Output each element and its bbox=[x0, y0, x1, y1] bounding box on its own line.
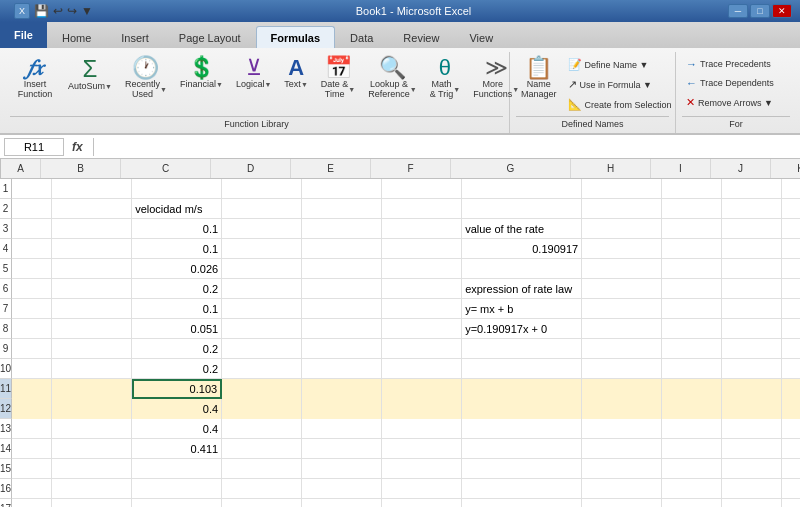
cell-c6[interactable]: 0.2 bbox=[132, 279, 222, 299]
create-from-selection-button[interactable]: 📐 Create from Selection bbox=[564, 96, 676, 113]
minimize-button[interactable]: ─ bbox=[728, 4, 748, 18]
cell-g4[interactable]: 0.190917 bbox=[462, 239, 582, 259]
cell-j5[interactable] bbox=[722, 259, 782, 279]
cell-e11[interactable] bbox=[302, 379, 382, 399]
tab-data[interactable]: Data bbox=[335, 26, 388, 48]
use-in-formula-button[interactable]: ↗ Use in Formula ▼ bbox=[564, 76, 676, 93]
cell-c15[interactable] bbox=[132, 459, 222, 479]
cell-k9[interactable] bbox=[782, 339, 800, 359]
cell-c17[interactable] bbox=[132, 499, 222, 507]
cell-e15[interactable] bbox=[302, 459, 382, 479]
cell-d3[interactable] bbox=[222, 219, 302, 239]
cell-e10[interactable] bbox=[302, 359, 382, 379]
cell-h16[interactable] bbox=[582, 479, 662, 499]
col-header-b[interactable]: B bbox=[41, 159, 121, 178]
cell-j6[interactable] bbox=[722, 279, 782, 299]
cell-i6[interactable] bbox=[662, 279, 722, 299]
tab-file[interactable]: File bbox=[0, 22, 47, 48]
cell-a1[interactable] bbox=[12, 179, 52, 199]
trace-precedents-button[interactable]: → Trace Precedents bbox=[682, 56, 790, 72]
row-9-header[interactable]: 9 bbox=[0, 339, 12, 359]
cell-d12[interactable] bbox=[222, 399, 302, 419]
cell-g15[interactable] bbox=[462, 459, 582, 479]
fx-button[interactable]: fx bbox=[68, 140, 87, 154]
cell-f4[interactable] bbox=[382, 239, 462, 259]
cell-k14[interactable] bbox=[782, 439, 800, 459]
cell-d4[interactable] bbox=[222, 239, 302, 259]
cell-j10[interactable] bbox=[722, 359, 782, 379]
cell-e13[interactable] bbox=[302, 419, 382, 439]
text-button[interactable]: A Text ▼ bbox=[279, 54, 312, 92]
cell-c13[interactable]: 0.4 bbox=[132, 419, 222, 439]
date-time-button[interactable]: 📅 Date &Time ▼ bbox=[316, 54, 360, 102]
col-header-d[interactable]: D bbox=[211, 159, 291, 178]
cell-k5[interactable] bbox=[782, 259, 800, 279]
col-header-h[interactable]: H bbox=[571, 159, 651, 178]
cell-d13[interactable] bbox=[222, 419, 302, 439]
save-qat-button[interactable]: 💾 bbox=[34, 4, 49, 18]
cell-e12[interactable] bbox=[302, 399, 382, 419]
cell-h1[interactable] bbox=[582, 179, 662, 199]
cell-h6[interactable] bbox=[582, 279, 662, 299]
cell-f11[interactable] bbox=[382, 379, 462, 399]
cell-d17[interactable] bbox=[222, 499, 302, 507]
cell-b12[interactable] bbox=[52, 399, 132, 419]
cell-b1[interactable] bbox=[52, 179, 132, 199]
cell-j16[interactable] bbox=[722, 479, 782, 499]
cell-j12[interactable] bbox=[722, 399, 782, 419]
cell-g13[interactable] bbox=[462, 419, 582, 439]
cell-i1[interactable] bbox=[662, 179, 722, 199]
cell-i17[interactable] bbox=[662, 499, 722, 507]
cell-f3[interactable] bbox=[382, 219, 462, 239]
cell-f14[interactable] bbox=[382, 439, 462, 459]
name-manager-button[interactable]: 📋 NameManager bbox=[516, 54, 562, 102]
cell-i3[interactable] bbox=[662, 219, 722, 239]
row-5-header[interactable]: 5 bbox=[0, 259, 12, 279]
cell-i12[interactable] bbox=[662, 399, 722, 419]
cell-f6[interactable] bbox=[382, 279, 462, 299]
cell-j2[interactable] bbox=[722, 199, 782, 219]
cell-i2[interactable] bbox=[662, 199, 722, 219]
cell-g17[interactable] bbox=[462, 499, 582, 507]
cell-b6[interactable] bbox=[52, 279, 132, 299]
cell-i8[interactable] bbox=[662, 319, 722, 339]
cell-h3[interactable] bbox=[582, 219, 662, 239]
cell-i5[interactable] bbox=[662, 259, 722, 279]
cell-h4[interactable] bbox=[582, 239, 662, 259]
cell-k6[interactable] bbox=[782, 279, 800, 299]
cell-g9[interactable] bbox=[462, 339, 582, 359]
cell-k12[interactable] bbox=[782, 399, 800, 419]
insert-function-button[interactable]: 𝑓𝑥 InsertFunction bbox=[10, 54, 60, 102]
cell-d5[interactable] bbox=[222, 259, 302, 279]
col-header-c[interactable]: C bbox=[121, 159, 211, 178]
name-box[interactable] bbox=[4, 138, 64, 156]
cell-j11[interactable] bbox=[722, 379, 782, 399]
cell-h17[interactable] bbox=[582, 499, 662, 507]
row-16-header[interactable]: 16 bbox=[0, 479, 12, 499]
logical-button[interactable]: ⊻ Logical ▼ bbox=[231, 54, 276, 92]
tab-review[interactable]: Review bbox=[388, 26, 454, 48]
cell-a9[interactable] bbox=[12, 339, 52, 359]
cell-g3[interactable]: value of the rate bbox=[462, 219, 582, 239]
cell-j8[interactable] bbox=[722, 319, 782, 339]
cell-i4[interactable] bbox=[662, 239, 722, 259]
cell-g14[interactable] bbox=[462, 439, 582, 459]
cell-j4[interactable] bbox=[722, 239, 782, 259]
cell-d16[interactable] bbox=[222, 479, 302, 499]
cell-c4[interactable]: 0.1 bbox=[132, 239, 222, 259]
close-button[interactable]: ✕ bbox=[772, 4, 792, 18]
col-header-g[interactable]: G bbox=[451, 159, 571, 178]
undo-qat-button[interactable]: ↩ bbox=[53, 4, 63, 18]
cell-j17[interactable] bbox=[722, 499, 782, 507]
cell-k16[interactable] bbox=[782, 479, 800, 499]
tab-insert[interactable]: Insert bbox=[106, 26, 164, 48]
cell-i13[interactable] bbox=[662, 419, 722, 439]
tab-formulas[interactable]: Formulas bbox=[256, 26, 336, 48]
cell-d8[interactable] bbox=[222, 319, 302, 339]
cell-a6[interactable] bbox=[12, 279, 52, 299]
cell-g16[interactable] bbox=[462, 479, 582, 499]
row-12-header[interactable]: 12 bbox=[0, 399, 12, 419]
cell-h13[interactable] bbox=[582, 419, 662, 439]
cell-h5[interactable] bbox=[582, 259, 662, 279]
row-11-header[interactable]: 11 bbox=[0, 379, 12, 399]
